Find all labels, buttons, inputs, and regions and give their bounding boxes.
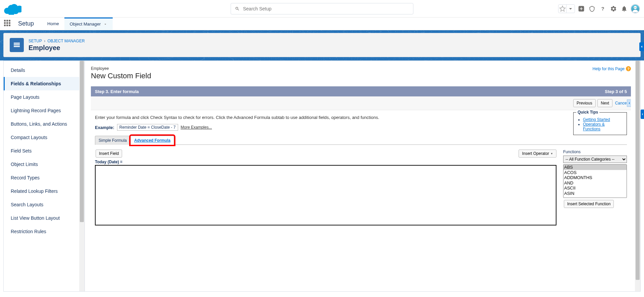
previous-button[interactable]: Previous xyxy=(573,99,596,107)
tab-object-manager[interactable]: Object Manager xyxy=(64,17,113,30)
formula-textarea[interactable] xyxy=(95,165,556,225)
svg-point-2 xyxy=(634,6,637,9)
sidebar-item-field-sets[interactable]: Field Sets xyxy=(4,144,79,158)
section-title: New Custom Field xyxy=(91,72,151,80)
object-crumb: Employee xyxy=(91,66,151,71)
main-container: Details Fields & Relationships Page Layo… xyxy=(3,60,641,292)
salesforce-help-icon[interactable] xyxy=(588,4,596,13)
formula-field-label: Today (Date) = xyxy=(95,160,556,164)
tab-object-manager-label: Object Manager xyxy=(70,22,101,27)
cancel-button[interactable]: Cancel xyxy=(615,101,628,105)
insert-operator-button[interactable]: Insert Operator xyxy=(519,150,556,158)
header-collapse-handle[interactable] xyxy=(639,42,644,51)
sidebar-scrollbar[interactable] xyxy=(79,61,85,291)
sidebar-item-lookup-filters[interactable]: Related Lookup Filters xyxy=(4,184,79,198)
wizard-button-row: Previous Next Cancel xyxy=(91,96,631,110)
help-question-icon[interactable]: ? xyxy=(598,4,607,13)
more-examples-link[interactable]: More Examples... xyxy=(181,125,212,130)
sidebar: Details Fields & Relationships Page Layo… xyxy=(4,61,79,291)
chevron-down-icon xyxy=(103,22,107,26)
svg-text:?: ? xyxy=(601,6,604,11)
help-icon: ? xyxy=(626,66,631,71)
search-icon xyxy=(235,6,240,11)
instruction-text: Enter your formula and click Check Synta… xyxy=(95,115,627,120)
sidebar-item-list-view-button[interactable]: List View Button Layout xyxy=(4,211,79,225)
help-link-text: Help for this Page xyxy=(593,67,625,71)
example-row: Example: Reminder Date = CloseDate - 7 M… xyxy=(95,124,627,131)
insert-function-button[interactable]: Insert Selected Function xyxy=(564,200,614,208)
sidebar-item-page-layouts[interactable]: Page Layouts xyxy=(4,90,79,104)
quick-tips-box: Quick Tips Getting Started Operators & F… xyxy=(573,112,627,135)
sidebar-scrollbar-thumb[interactable] xyxy=(80,61,84,222)
quick-tip-getting-started[interactable]: Getting Started xyxy=(583,117,610,122)
help-for-page-link[interactable]: Help for this Page ? xyxy=(593,66,631,71)
notifications-icon[interactable] xyxy=(620,4,629,13)
sidebar-item-lightning-pages[interactable]: Lightning Record Pages xyxy=(4,104,79,117)
sidebar-item-search-layouts[interactable]: Search Layouts xyxy=(4,198,79,211)
content-wrap: Employee New Custom Field Help for this … xyxy=(85,61,640,291)
decorative-strip xyxy=(0,30,644,33)
editor-left: Insert Field Insert Operator Today (Date… xyxy=(95,150,556,226)
example-code: Reminder Date = CloseDate - 7 xyxy=(117,124,178,131)
function-listbox[interactable]: ABS ACOS ADDMONTHS AND ASCII ASIN xyxy=(563,164,627,198)
nav-bar: Setup Home Object Manager xyxy=(0,17,644,30)
favorite-icon[interactable] xyxy=(558,5,567,13)
functions-panel: Functions -- All Function Categories -- … xyxy=(563,150,627,226)
editor-toolbar: Insert Field Insert Operator xyxy=(95,150,556,158)
svg-point-4 xyxy=(634,7,635,8)
panel-slide-handle[interactable] xyxy=(627,99,631,107)
step-indicator: Step 3 of 5 xyxy=(605,89,627,94)
content: Employee New Custom Field Help for this … xyxy=(85,61,635,291)
sidebar-item-buttons-links[interactable]: Buttons, Links, and Actions xyxy=(4,117,79,131)
formula-tabs: Simple Formula Advanced Formula xyxy=(95,135,627,145)
salesforce-logo[interactable] xyxy=(4,3,21,15)
sidebar-wrap: Details Fields & Relationships Page Layo… xyxy=(4,61,85,291)
tab-simple-formula[interactable]: Simple Formula xyxy=(95,136,130,145)
setup-gear-icon[interactable] xyxy=(609,4,618,13)
editor-area: Insert Field Insert Operator Today (Date… xyxy=(95,150,627,226)
step-title: Step 3. Enter formula xyxy=(95,89,139,94)
add-icon[interactable] xyxy=(577,4,586,13)
content-scrollbar-thumb[interactable] xyxy=(636,61,640,280)
step-bar: Step 3. Enter formula Step 3 of 5 xyxy=(91,86,631,96)
object-icon xyxy=(10,38,24,52)
favorites-combo xyxy=(558,4,575,13)
insert-field-button[interactable]: Insert Field xyxy=(96,150,122,158)
quick-tips-legend: Quick Tips xyxy=(576,110,599,115)
breadcrumb-object-manager[interactable]: OBJECT MANAGER xyxy=(47,39,85,43)
global-header: ? xyxy=(0,0,644,17)
function-category-select[interactable]: -- All Function Categories -- xyxy=(563,156,627,163)
svg-point-5 xyxy=(636,7,636,8)
sidebar-item-record-types[interactable]: Record Types xyxy=(4,171,79,184)
svg-point-3 xyxy=(633,9,638,12)
insert-operator-label: Insert Operator xyxy=(522,151,549,156)
quick-tip-operators-functions[interactable]: Operators & Functions xyxy=(583,122,605,131)
app-launcher-icon[interactable] xyxy=(4,20,12,28)
tab-advanced-formula-label: Advanced Formula xyxy=(134,138,170,143)
favorite-dropdown-icon[interactable] xyxy=(567,5,575,13)
search-input-container[interactable] xyxy=(231,3,414,14)
breadcrumb-setup[interactable]: SETUP xyxy=(29,39,42,43)
tab-home[interactable]: Home xyxy=(42,17,64,30)
right-edge-handle[interactable] xyxy=(641,110,644,119)
search-input[interactable] xyxy=(243,6,409,11)
page-header-wrap: SETUP › OBJECT MANAGER Employee xyxy=(0,33,644,60)
sidebar-item-fields[interactable]: Fields & Relationships xyxy=(4,77,79,90)
functions-label: Functions xyxy=(563,150,627,154)
breadcrumb: SETUP › OBJECT MANAGER xyxy=(29,39,85,43)
user-avatar[interactable] xyxy=(631,4,640,13)
tab-advanced-formula[interactable]: Advanced Formula xyxy=(130,136,174,145)
example-label: Example: xyxy=(95,125,114,130)
app-title: Setup xyxy=(18,20,34,27)
content-scrollbar[interactable] xyxy=(635,61,640,291)
page-title: Employee xyxy=(29,44,85,52)
breadcrumb-separator: › xyxy=(44,39,45,43)
sidebar-item-details[interactable]: Details xyxy=(4,63,79,77)
formula-body: Enter your formula and click Check Synta… xyxy=(91,110,631,231)
header-actions: ? xyxy=(558,4,640,13)
sidebar-item-restriction-rules[interactable]: Restriction Rules xyxy=(4,225,79,238)
sidebar-item-object-limits[interactable]: Object Limits xyxy=(4,158,79,171)
sidebar-item-compact-layouts[interactable]: Compact Layouts xyxy=(4,131,79,144)
page-header: SETUP › OBJECT MANAGER Employee xyxy=(3,33,641,57)
next-button[interactable]: Next xyxy=(597,99,612,107)
